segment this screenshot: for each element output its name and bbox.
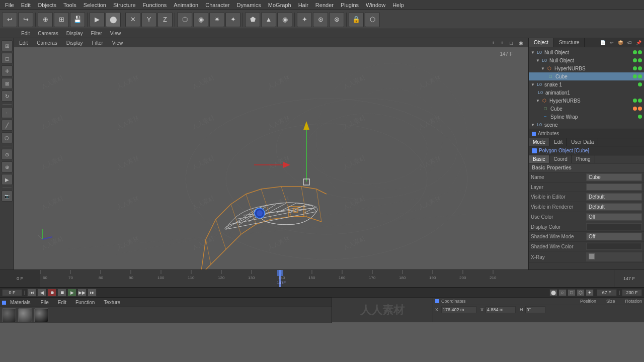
menu-file[interactable]: File xyxy=(2,1,17,9)
knife-tool[interactable]: ✦ xyxy=(297,12,312,27)
tags-icon[interactable]: 🏷 xyxy=(626,40,633,46)
viewport-plus1[interactable]: + xyxy=(490,40,497,46)
tree-hyperNURBS-2[interactable]: ▼ ⬡ HyperNURBS xyxy=(529,97,644,105)
st-edit[interactable]: Edit xyxy=(18,30,33,37)
live-select-left[interactable]: ◻ xyxy=(2,53,13,64)
tree-null-1[interactable]: ▼ L0 Null Object xyxy=(529,48,644,56)
bridge-tool[interactable]: ⊛ xyxy=(313,12,328,27)
magnet-tool[interactable]: ⬡ xyxy=(365,12,380,27)
viewport-plus2[interactable]: + xyxy=(499,40,506,46)
record-btn[interactable]: ⏺ xyxy=(47,289,56,297)
menu-window[interactable]: Window xyxy=(363,1,388,9)
mat-edit[interactable]: Edit xyxy=(55,299,69,306)
tree-anim1[interactable]: L0 animation1 xyxy=(529,88,644,97)
attr-tab-userdata[interactable]: User Data xyxy=(567,138,598,146)
material-thumb-3[interactable] xyxy=(34,308,48,322)
attr-shade-wire-color-swatch[interactable] xyxy=(586,243,642,250)
menu-structure[interactable]: Structure xyxy=(110,1,139,9)
extra-t3[interactable]: □ xyxy=(568,289,576,296)
menu-edit[interactable]: Edit xyxy=(18,1,34,9)
live-select[interactable]: ✷ xyxy=(209,12,224,27)
viewport-view-tab[interactable]: View xyxy=(110,40,125,46)
rotate-tool[interactable]: Z xyxy=(157,12,173,27)
attr-vis-render-value[interactable]: Default xyxy=(586,203,642,211)
move-left[interactable]: ✛ xyxy=(2,65,13,76)
next-frame-btn[interactable]: ▶▶ xyxy=(77,289,87,297)
new-button[interactable]: ⊕ xyxy=(38,12,53,27)
xray-checkbox[interactable] xyxy=(589,253,595,259)
attr-layer-value[interactable] xyxy=(586,184,642,191)
attr-shade-wire-value[interactable]: Off xyxy=(586,233,642,240)
attr-display-color-swatch[interactable] xyxy=(586,223,642,230)
loop-select[interactable]: ✦ xyxy=(225,12,240,27)
viewport-edit-tab[interactable]: Edit xyxy=(17,40,30,46)
menu-dynamics[interactable]: Dynamics xyxy=(234,1,264,9)
menu-hair[interactable]: Hair xyxy=(295,1,311,9)
point-mode[interactable]: · xyxy=(2,107,13,118)
x-rot-input[interactable] xyxy=(525,306,545,313)
frame-input[interactable] xyxy=(2,289,22,296)
save-button[interactable]: 💾 xyxy=(70,12,85,27)
bookmarks-icon[interactable]: 📌 xyxy=(634,40,643,46)
menu-mograph[interactable]: MoGraph xyxy=(265,1,294,9)
extrude-inner[interactable]: ▲ xyxy=(261,12,276,27)
extra-t4[interactable]: ⬡ xyxy=(577,289,585,296)
menu-tools[interactable]: Tools xyxy=(60,1,79,9)
menu-help[interactable]: Help xyxy=(389,1,407,9)
tab-structure[interactable]: Structure xyxy=(554,38,585,47)
tree-null-2[interactable]: ▼ L0 Null Object xyxy=(529,56,644,64)
bevel-tool[interactable]: ◉ xyxy=(277,12,292,27)
weld-tool[interactable]: ⊗ xyxy=(329,12,344,27)
attr-sub-basic[interactable]: Basic xyxy=(529,155,549,163)
polygon-tool[interactable]: ⬡ xyxy=(177,12,192,27)
menu-objects[interactable]: Objects xyxy=(35,1,59,9)
menu-character[interactable]: Character xyxy=(202,1,232,9)
undo-button[interactable]: ↩ xyxy=(2,12,17,27)
extra-t2[interactable]: ○ xyxy=(558,289,567,296)
x-pos-input[interactable] xyxy=(441,306,476,313)
snap-tool[interactable]: 🔒 xyxy=(349,12,364,27)
stop-btn[interactable]: ⏹ xyxy=(57,289,66,297)
st-filter[interactable]: Filter xyxy=(88,30,105,37)
axis-left[interactable]: ⊕ xyxy=(2,161,13,172)
tab-object[interactable]: Object xyxy=(529,38,554,47)
viewport-cameras-tab[interactable]: Cameras xyxy=(35,40,59,46)
edit-icon[interactable]: ✏ xyxy=(608,40,615,46)
tree-cube-1[interactable]: □ Cube xyxy=(529,72,644,80)
viewport-filter-tab[interactable]: Filter xyxy=(90,40,105,46)
end-frame-input[interactable] xyxy=(622,289,642,296)
tree-scene-1[interactable]: ▼ L0 scene xyxy=(529,121,644,129)
render-button[interactable]: ⬤ xyxy=(106,12,121,27)
play-end-btn[interactable]: ⏭ xyxy=(88,289,97,297)
st-view[interactable]: View xyxy=(107,30,124,37)
viewport-display-tab[interactable]: Display xyxy=(64,40,85,46)
attr-sub-coord[interactable]: Coord xyxy=(549,155,572,163)
menu-render[interactable]: Render xyxy=(312,1,337,9)
menu-functions[interactable]: Functions xyxy=(140,1,170,9)
edge-mode[interactable]: ╱ xyxy=(2,120,13,131)
open-button[interactable]: ⊞ xyxy=(54,12,69,27)
objects-icon[interactable]: 📦 xyxy=(616,40,625,46)
mat-file[interactable]: File xyxy=(38,299,52,306)
menu-animation[interactable]: Animation xyxy=(171,1,201,9)
viewport[interactable]: Edit Cameras Display Filter View + + □ ◉… xyxy=(14,38,528,269)
menu-plugins[interactable]: Plugins xyxy=(338,1,362,9)
extra-t1[interactable]: ⬤ xyxy=(549,289,557,296)
x-size-input[interactable] xyxy=(486,306,516,313)
attr-tab-edit[interactable]: Edit xyxy=(550,138,567,146)
attr-tab-mode[interactable]: Mode xyxy=(529,138,550,146)
attr-sub-phong[interactable]: Phong xyxy=(572,155,595,163)
attr-xray-value[interactable] xyxy=(586,252,642,261)
magnet-left[interactable]: ⊙ xyxy=(2,149,13,160)
camera-left[interactable]: 📷 xyxy=(2,191,13,202)
render-left[interactable]: ▶ xyxy=(2,174,13,185)
fps-input[interactable] xyxy=(597,289,617,296)
st-display[interactable]: Display xyxy=(63,30,86,37)
render-region-button[interactable]: ▶ xyxy=(90,12,105,27)
viewport-circle[interactable]: ◉ xyxy=(517,40,525,46)
mat-texture[interactable]: Texture xyxy=(101,299,123,306)
st-cameras[interactable]: Cameras xyxy=(35,30,61,37)
material-thumb-1[interactable] xyxy=(2,308,16,322)
tree-cube-2[interactable]: □ Cube xyxy=(529,105,644,113)
scale-left[interactable]: ⊠ xyxy=(2,78,13,89)
